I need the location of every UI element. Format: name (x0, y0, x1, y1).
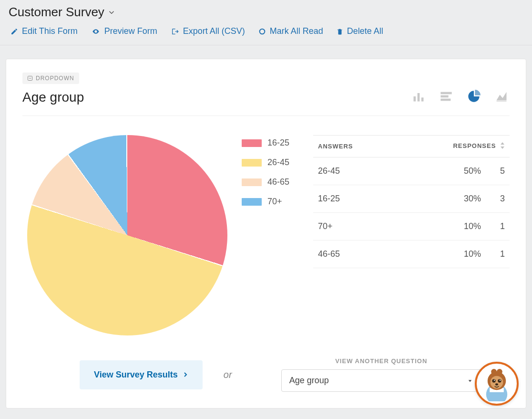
pencil-icon (10, 28, 18, 35)
legend-item: 70+ (242, 197, 304, 207)
svg-point-14 (491, 376, 503, 389)
svg-marker-9 (501, 147, 504, 149)
question-select[interactable]: Age group (281, 369, 481, 392)
chart-type-pie[interactable] (466, 90, 482, 105)
view-survey-results-label: View Survey Results (94, 370, 178, 380)
svg-point-15 (491, 369, 497, 375)
cell-count: 1 (486, 213, 510, 241)
svg-marker-8 (501, 142, 504, 145)
svg-point-20 (500, 380, 501, 381)
svg-rect-1 (28, 76, 32, 81)
circle-icon (258, 28, 266, 35)
mark-all-read-label: Mark All Read (270, 26, 323, 36)
svg-point-17 (492, 379, 495, 382)
table-row: 46-65 10% 1 (313, 241, 510, 268)
svg-rect-5 (440, 92, 451, 94)
cell-count: 5 (486, 157, 510, 185)
preview-form-label: Preview Form (104, 26, 157, 36)
cell-answer: 16-25 (313, 185, 433, 213)
legend-label: 46-65 (267, 177, 289, 187)
chart-legend: 16-25 26-45 46-65 70+ (242, 135, 304, 216)
col-responses-label: RESPONSES (453, 142, 496, 149)
legend-swatch (242, 159, 262, 167)
legend-swatch (242, 198, 262, 206)
chevron-down-icon (107, 8, 116, 17)
field-type-chip: DROPDOWN (22, 73, 79, 84)
cell-count: 1 (486, 241, 510, 268)
svg-point-0 (259, 29, 265, 34)
cell-count: 3 (486, 185, 510, 213)
export-all-link[interactable]: Export All (CSV) (171, 26, 245, 36)
svg-rect-7 (440, 99, 450, 101)
edit-form-link[interactable]: Edit This Form (10, 26, 78, 36)
svg-marker-10 (468, 380, 471, 382)
table-row: 26-45 50% 5 (313, 157, 510, 185)
caret-down-icon (467, 378, 473, 383)
trash-icon (337, 28, 343, 35)
legend-label: 16-25 (267, 138, 289, 148)
table-row: 16-25 30% 3 (313, 185, 510, 213)
delete-all-link[interactable]: Delete All (337, 26, 383, 36)
sort-icon (500, 142, 505, 150)
svg-point-16 (497, 369, 502, 375)
export-icon (171, 28, 179, 35)
horizontal-bar-icon (438, 90, 454, 103)
svg-point-21 (495, 383, 498, 385)
legend-swatch (242, 139, 262, 147)
cell-pct: 10% (433, 213, 486, 241)
legend-item: 46-65 (242, 177, 304, 187)
legend-item: 16-25 (242, 138, 304, 148)
svg-rect-3 (418, 93, 420, 102)
page-title: Customer Survey (9, 5, 104, 20)
svg-rect-2 (414, 96, 416, 102)
cell-pct: 30% (433, 185, 486, 213)
help-mascot-button[interactable] (475, 362, 519, 406)
legend-label: 70+ (267, 197, 282, 207)
svg-rect-6 (440, 95, 448, 98)
cell-answer: 46-65 (313, 241, 433, 268)
question-select-value: Age group (289, 376, 329, 386)
question-title: Age group (22, 90, 84, 105)
cell-pct: 50% (433, 157, 486, 185)
chart-type-hbar[interactable] (438, 90, 454, 105)
chevron-right-icon (183, 371, 188, 378)
form-actions-toolbar: Edit This Form Preview Form Export All (… (0, 20, 532, 45)
chart-type-switch (410, 90, 510, 105)
col-answers[interactable]: ANSWERS (313, 136, 433, 157)
mascot-icon (479, 366, 514, 401)
pie-chart-icon (466, 90, 482, 103)
export-all-label: Export All (CSV) (183, 26, 245, 36)
pie-chart (27, 135, 227, 335)
chart-type-line[interactable] (493, 90, 510, 105)
mark-all-read-link[interactable]: Mark All Read (258, 26, 323, 36)
cell-answer: 70+ (313, 213, 433, 241)
svg-point-18 (498, 379, 501, 382)
legend-swatch (242, 178, 262, 186)
view-survey-results-button[interactable]: View Survey Results (80, 360, 203, 389)
svg-point-19 (494, 380, 495, 381)
delete-all-label: Delete All (347, 26, 383, 36)
table-row: 70+ 10% 1 (313, 213, 510, 241)
preview-form-link[interactable]: Preview Form (91, 26, 157, 36)
legend-item: 26-45 (242, 157, 304, 168)
chart-type-bar[interactable] (410, 90, 427, 105)
svg-rect-4 (421, 97, 424, 101)
dropdown-icon (27, 75, 33, 81)
cell-answer: 26-45 (313, 157, 433, 185)
cell-pct: 10% (433, 241, 486, 268)
field-type-label: DROPDOWN (36, 75, 74, 82)
legend-label: 26-45 (267, 157, 289, 168)
question-results-card: DROPDOWN Age group 16-25 (6, 59, 526, 409)
col-responses[interactable]: RESPONSES (433, 136, 510, 157)
responses-table: ANSWERS RESPONSES 26-45 50% 5 (313, 135, 510, 268)
or-separator: or (224, 369, 232, 380)
edit-form-label: Edit This Form (22, 26, 78, 36)
bar-chart-icon (410, 90, 427, 103)
eye-icon (91, 28, 101, 35)
page-title-dropdown[interactable]: Customer Survey (9, 5, 523, 20)
area-chart-icon (493, 90, 510, 103)
view-another-question-label: VIEW ANOTHER QUESTION (253, 357, 510, 365)
